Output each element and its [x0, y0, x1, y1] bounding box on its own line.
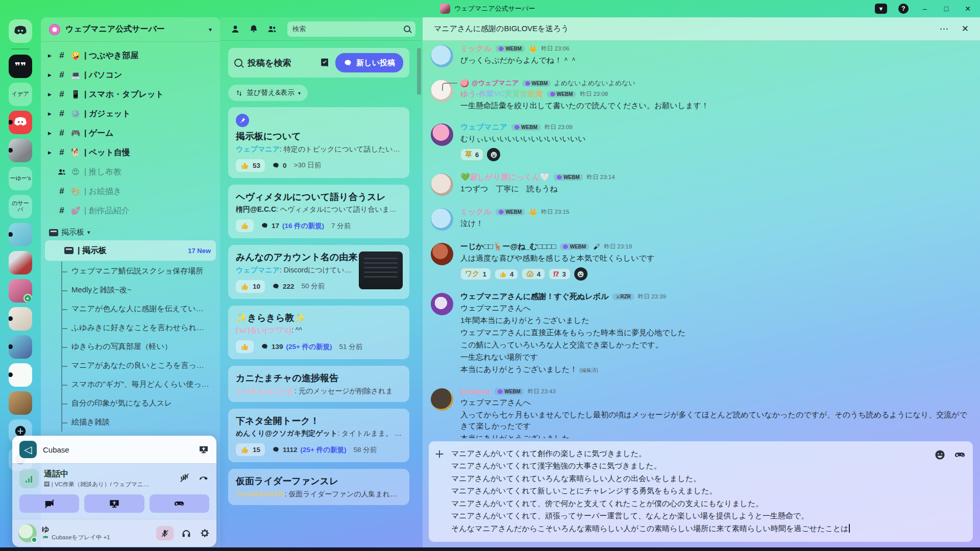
server-icon-server-yuu[interactable]: ーゆー's [9, 167, 32, 190]
disconnect-call-icon[interactable] [198, 472, 209, 483]
add-reaction-button[interactable] [574, 267, 587, 281]
screen-share-button[interactable] [84, 494, 144, 513]
like-count-pill[interactable]: 10 [236, 280, 265, 293]
channel-row-1[interactable]: ▶#💻| パソコン [44, 65, 215, 85]
attach-plus-icon[interactable] [434, 448, 445, 460]
thread-item-7[interactable]: 自分の印象が気になる人スレ [62, 394, 215, 413]
message-avatar[interactable] [431, 208, 453, 231]
channel-row-7[interactable]: #🎨| お絵描き [44, 182, 215, 201]
channel-row-2[interactable]: ▶#📱| スマホ・タブレット [44, 85, 215, 104]
forum-post-card-5[interactable]: 下ネタ全開トーク！めんくり@クソガキ判定ゲット: タイトルまま。 …151112… [228, 409, 409, 463]
channel-row-5[interactable]: ▶#🐕| ペット自慢 [44, 143, 215, 162]
forum-post-card-1[interactable]: ヘヴィメタルについて語り合うスレ楕円@E.C.C: ヘヴィメタルについて語り合い… [228, 185, 409, 239]
message-avatar[interactable] [431, 243, 453, 265]
stream-activity-icon[interactable] [198, 444, 209, 455]
message-avatar[interactable] [431, 173, 453, 196]
like-count-pill[interactable]: 15 [236, 443, 265, 456]
server-icon-server-cat-sunglasses[interactable] [9, 391, 32, 415]
post-search-bar[interactable]: 投稿を検索 新しい投稿 [228, 48, 409, 78]
message-author[interactable]: ゆう-作業VC実質皆勤賞 [460, 89, 543, 99]
close-thread-icon[interactable]: ✕ [962, 23, 969, 34]
close-button[interactable]: ✕ [963, 4, 973, 14]
channel-row-0[interactable]: ▶#🤪| つぶやき部屋 [44, 46, 215, 65]
message-composer[interactable]: マニアさんがいてくれて創作の楽しさに気づきました。マニアさんがいてくれて漢字勉強… [429, 441, 973, 542]
server-icon-server-hooded-avatar[interactable] [9, 139, 32, 162]
camera-button[interactable] [19, 494, 79, 513]
voice-channel-label[interactable]: 🖼 | VC作業（雑談あり）/ ウェブマニア公式… [44, 481, 154, 488]
thread-item-8[interactable]: 絵描き雑談 [62, 413, 215, 432]
more-options-icon[interactable]: ⋯ [940, 23, 948, 34]
message-author[interactable]: ウェブマニア [460, 122, 507, 132]
deafen-icon[interactable] [181, 528, 192, 539]
tag-filter-icon[interactable] [319, 57, 330, 68]
channel-row-8[interactable]: #💕| 創作品紹介 [44, 201, 215, 220]
composer-input[interactable]: マニアさんがいてくれて創作の楽しさに気づきました。マニアさんがいてくれて漢字勉強… [451, 447, 928, 535]
update-icon[interactable]: ▼ [875, 4, 887, 14]
like-count-pill[interactable] [236, 219, 254, 232]
member-profile-icon[interactable] [230, 24, 240, 34]
forum-post-card-6[interactable]: 仮面ライダーファンスレTeruakkie0420: 仮面ライダーファンの人集まれ… [228, 469, 409, 505]
message-author[interactable]: 💚寂しがり屋にっくん🤍 [460, 172, 550, 182]
channel-row-6[interactable]: 😍| 推し布教 [44, 162, 215, 182]
minimize-button[interactable]: – [920, 4, 930, 14]
thread-item-4[interactable]: ゆきらわの写真部屋（軽い） [62, 337, 215, 356]
reaction-pill[interactable]: 4 [495, 269, 518, 280]
thread-item-3[interactable]: ふゆみきに好きなことを言わせられ… [62, 318, 215, 337]
message-avatar[interactable] [431, 123, 453, 146]
maximize-button[interactable]: □ [941, 4, 951, 14]
server-icon-server-pink-anime[interactable] [9, 279, 32, 303]
settings-gear-icon[interactable] [199, 528, 210, 539]
member-list-icon[interactable] [267, 24, 277, 34]
channel-row-3[interactable]: ▶#⚙️| ガジェット [44, 104, 215, 123]
activities-button[interactable] [150, 494, 209, 513]
forum-scrollbar[interactable] [417, 48, 421, 95]
server-icon-server-blue-face[interactable] [9, 223, 32, 246]
message-author[interactable]: kntnkmr [460, 387, 491, 396]
server-icon-server-idea[interactable]: イデア [9, 83, 32, 106]
server-icon-server-discord-red[interactable] [9, 111, 32, 134]
server-header[interactable]: ウェブマニア公式サーバー ▾ [41, 17, 220, 42]
message-author[interactable]: ーじか□□🦌ー@ね_む□□□□ [460, 242, 556, 252]
sort-display-button[interactable]: 並び替え&表示 ▾ [228, 85, 308, 101]
gif-apps-icon[interactable] [954, 449, 966, 461]
message-avatar[interactable] [431, 388, 453, 411]
user-avatar[interactable] [18, 524, 37, 542]
server-icon-server-99[interactable]: ❞❞ [9, 55, 32, 78]
new-post-button[interactable]: 新しい投稿 [335, 53, 403, 72]
channel-keijiban-selected[interactable]: | 掲示板 17 New [45, 240, 216, 261]
server-icon-server-fireworks[interactable] [9, 251, 32, 274]
emoji-picker-icon[interactable] [934, 449, 946, 461]
channel-row-4[interactable]: ▶#🎮| ゲーム [44, 123, 215, 143]
search-input[interactable]: 検索 [287, 21, 415, 37]
thread-item-2[interactable]: マニアが色んな人に感謝を伝えてい… [62, 299, 215, 318]
reaction-pill[interactable]: 草6 [460, 148, 483, 161]
reaction-pill[interactable]: ワク1 [460, 268, 491, 280]
noise-suppression-icon[interactable] [179, 472, 190, 483]
thread-item-6[interactable]: スマホの"ギガ"、毎月どんくらい使っ… [62, 375, 215, 394]
server-icon-server-nosaba[interactable]: のサーバ [9, 195, 32, 218]
microphone-muted-icon[interactable] [156, 526, 174, 540]
reply-reference[interactable]: @ウェブマニアWEBMよめないよめないよめない [460, 79, 968, 88]
category-keijiban[interactable]: 掲示板 ▾ [41, 220, 220, 240]
reaction-pill[interactable]: ⁉3 [549, 268, 571, 280]
forum-post-card-3[interactable]: ✨きらきら教✨('ω')るい(つ'ワ'c): ^^139(25+ 件の新規)51… [228, 306, 409, 360]
server-icon-server-easel[interactable] [9, 363, 32, 387]
message-author[interactable]: ミックル [460, 207, 492, 217]
notifications-icon[interactable] [249, 24, 259, 34]
server-icon-server-white-girl[interactable] [9, 307, 32, 331]
forum-post-card-0[interactable]: 掲示板についてウェブマニア: 特定のトピックについて話したい…530>30 日前 [228, 107, 409, 178]
add-reaction-button[interactable] [487, 148, 500, 161]
like-count-pill[interactable] [236, 340, 254, 353]
server-icon-server-teal-kiss[interactable] [9, 335, 32, 359]
forum-post-card-4[interactable]: カニたまチャの進捗報告く●a.k.a.カニたま: 元のメッセージが削除されま [228, 366, 409, 402]
thread-item-0[interactable]: ウェブマニア鯖伝説スクショ保存場所 [62, 262, 215, 281]
like-count-pill[interactable]: 53 [236, 159, 265, 172]
message-avatar[interactable] [431, 45, 453, 67]
server-icon-discord-home[interactable] [9, 19, 32, 43]
forum-post-card-2[interactable]: みんなのアカウント名の由来ウェブマニア: Discordにつけてい…102225… [228, 245, 409, 299]
thread-item-5[interactable]: マニアがあなたの良いところを言っ… [62, 356, 215, 375]
message-avatar[interactable] [431, 293, 453, 315]
help-icon[interactable]: ? [898, 4, 909, 14]
thread-item-1[interactable]: Medlyと雑談~改~ [62, 281, 215, 299]
reaction-pill[interactable]: 😱4 [522, 268, 545, 280]
